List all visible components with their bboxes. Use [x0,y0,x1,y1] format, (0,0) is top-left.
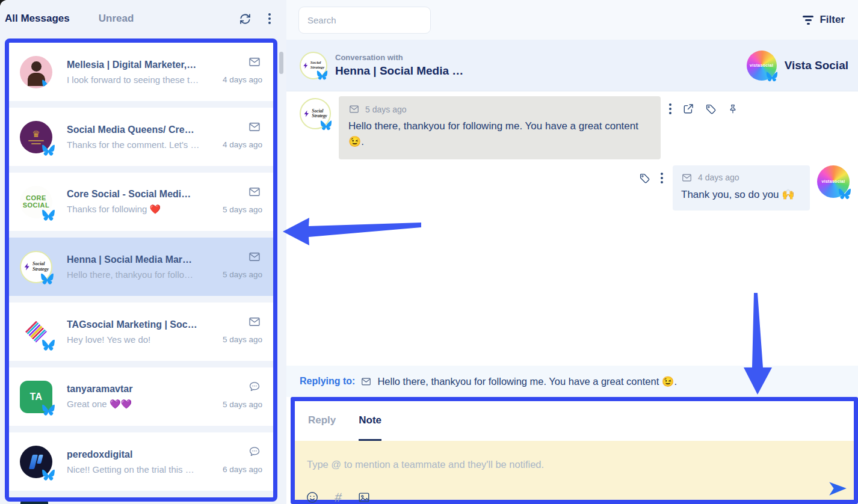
conversation-preview: Great one 💜💜 [67,399,217,410]
conversation-list-item[interactable]: Mellesia | Digital Marketer,… I look for… [9,43,273,101]
pin-icon[interactable] [726,102,739,115]
refresh-icon[interactable] [238,12,252,25]
message-text: Hello there, thankyou for following me. … [348,118,651,150]
conversation-with-label: Conversation with [335,53,463,62]
avatar-peredoxdigital [20,446,52,478]
conversation-name: TAGsocial Marketing | Soc… [67,319,217,330]
conversation-title: Henna | Social Media … [335,64,463,78]
conversation-list-item[interactable]: TAGsocial Marketing | Soc… Hey love! Yes… [9,303,273,361]
share-icon[interactable] [682,102,695,115]
conversation-preview: I look forward to seeing these t… [67,75,217,85]
message-time: 4 days ago [698,173,739,182]
message-kebab-icon[interactable] [659,171,664,185]
conversation-time: 5 days ago [223,205,262,214]
dm-envelope-icon [348,104,360,114]
comment-bubble-icon [248,381,261,393]
conversation-list: Mellesia | Digital Marketer,… I look for… [9,43,273,497]
conversation-time: 5 days ago [223,270,262,279]
avatar-vista-social: vistasocial [817,165,850,198]
avatar-tanyaramavtar: TA [20,381,52,413]
conversation-name: peredoxdigital [67,449,217,460]
conversation-preview: Nice!! Getting on the trial this … [67,464,217,475]
conversation-list-item[interactable]: TA tanyaramavtar Great one 💜💜 5 days ago [9,367,273,426]
conversation-name: Social Media Queens/ Cre… [67,124,217,135]
bluesky-butterfly-icon [765,72,779,84]
conversation-time: 4 days ago [223,140,262,149]
lightning-bolt-icon [303,61,309,70]
message-thread: SocialStrategy 5 days ago Hello there, t… [286,91,858,366]
replying-to-bar: Replying to: Hello there, thankyou for f… [286,366,858,397]
inbox-app: All Messages Unread Mellesia | Digital M… [0,0,858,504]
lightning-bolt-icon [303,108,310,119]
comment-bubble-icon [248,446,261,458]
tag-icon[interactable] [704,102,717,115]
outbound-message-row: 4 days ago Thank you, so do you 🙌 vistas… [286,165,858,211]
bluesky-butterfly-icon [40,404,57,419]
tag-icon[interactable] [638,171,651,185]
inbound-message-row: SocialStrategy 5 days ago Hello there, t… [286,96,858,159]
conversation-list-item[interactable]: ♛ Social Media Queens/ Cre… Thanks for t… [9,108,273,166]
replying-to-label: Replying to: [300,376,355,387]
avatar-vista-social: vistasocial [747,51,777,81]
scrollbar-thumb[interactable] [279,52,283,74]
conversation-list-item[interactable]: CORESOCIAL Core Social - Social Medi… Th… [9,173,273,231]
message-text: Thank you, so do you 🙌 [681,187,801,203]
filter-button[interactable]: Filter [803,14,845,26]
conversation-list-item-selected[interactable]: SocialStrategy Henna | Social Media Mar…… [9,238,273,296]
image-attach-icon[interactable] [357,491,371,504]
tab-note[interactable]: Note [359,414,381,441]
bluesky-butterfly-icon [40,144,57,159]
conversation-name: tanyaramavtar [67,384,217,395]
conversation-time: 4 days ago [223,75,262,84]
main-topbar: Filter [286,0,858,40]
conversation-preview: Hello there, thankyou for follo… [67,269,217,280]
replying-to-text: Hello there, thankyou for following me. … [377,376,677,387]
bluesky-butterfly-icon [40,339,57,354]
message-kebab-icon[interactable] [668,102,673,115]
filter-funnel-icon [803,16,813,25]
conversation-name: Henna | Social Media Mar… [67,254,217,265]
kebab-menu-icon[interactable] [267,12,272,25]
dm-envelope-icon [248,186,261,198]
account-name: Vista Social [785,59,848,72]
dm-envelope-icon [681,173,693,183]
composer-annotated-box: Reply Note Type @ to mention a teammate … [291,397,858,504]
search-input[interactable] [298,7,431,34]
conversation-panel: Filter SocialStrategy Conversation with … [286,0,858,504]
lightning-bolt-icon [23,261,31,272]
conversation-preview: Thanks for the comment. Let's … [67,140,217,150]
conversation-preview: Hey love! Yes we do! [67,334,217,345]
tab-reply[interactable]: Reply [308,414,336,441]
conversation-header: SocialStrategy Conversation with Henna |… [286,40,858,91]
dm-envelope-icon [360,376,372,387]
avatar-henna-social-strategy: SocialStrategy [300,52,327,79]
note-input-area[interactable]: Type @ to mention a teammate and they'll… [295,441,854,500]
avatar-social-media-queens: ♛ [20,121,52,153]
send-button[interactable] [826,478,849,499]
conversation-time: 6 days ago [223,465,262,474]
note-placeholder: Type @ to mention a teammate and they'll… [307,459,842,470]
composer-tabs: Reply Note [295,401,854,441]
dm-envelope-icon [248,316,261,328]
hashtag-icon[interactable]: # [333,490,342,504]
filter-label: Filter [819,14,845,26]
bluesky-butterfly-icon [315,70,329,82]
bluesky-butterfly-icon [40,469,57,484]
tab-all-messages[interactable]: All Messages [5,13,70,25]
avatar-henna-social-strategy: SocialStrategy [20,251,52,283]
conversation-name: Mellesia | Digital Marketer,… [67,60,217,70]
conversation-name: Core Social - Social Medi… [67,189,217,200]
dm-envelope-icon [248,251,261,263]
bluesky-butterfly-icon [40,209,57,224]
emoji-picker-icon[interactable] [306,491,319,504]
message-bubble: 4 days ago Thank you, so do you 🙌 [673,165,810,211]
conversation-list-item[interactable]: peredoxdigital Nice!! Getting on the tri… [9,432,273,491]
partial-next-avatar [20,500,48,504]
tab-unread[interactable]: Unread [99,13,134,25]
conversation-time: 5 days ago [223,335,262,344]
dm-envelope-icon [248,56,261,68]
conversation-preview: Thanks for following ❤️ [67,204,217,215]
sidebar: All Messages Unread Mellesia | Digital M… [0,0,286,504]
sidebar-header: All Messages Unread [0,0,286,37]
avatar-tagsocial [20,316,52,348]
